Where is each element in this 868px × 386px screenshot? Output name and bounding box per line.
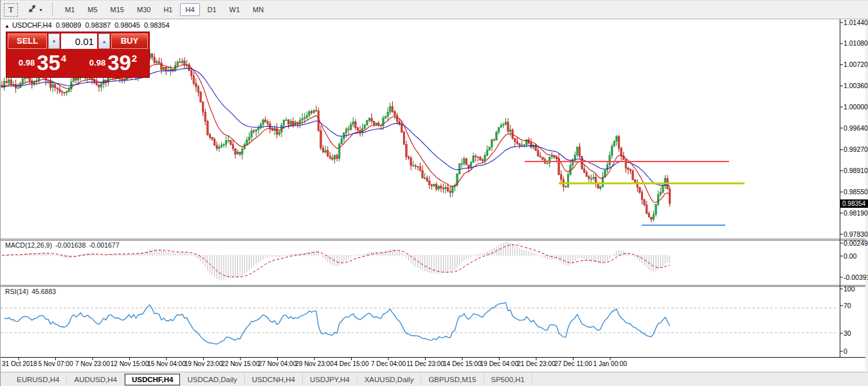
macd-value-2: -0.001677 — [89, 241, 119, 249]
svg-text:1 Jan 00:00: 1 Jan 00:00 — [593, 360, 628, 367]
timeframe-button-m5[interactable]: M5 — [82, 3, 102, 16]
top-toolbar: T ▾ M1M5M15M30H1H4D1W1MN — [1, 0, 868, 19]
timeframe-button-h4[interactable]: H4 — [180, 3, 199, 16]
timeframe-button-h1[interactable]: H1 — [158, 3, 177, 16]
buy-price-prefix: 0.98 — [89, 58, 105, 68]
svg-text:0.98550: 0.98550 — [844, 188, 868, 196]
svg-text:7 Dec 04:00: 7 Dec 04:00 — [371, 360, 406, 367]
tab-xauusd-daily[interactable]: XAUUSD,Daily — [357, 374, 422, 385]
one-click-trade-panel: SELL ▼ ▲ BUY 0.98 35 4 0.98 39 2 — [6, 32, 150, 78]
macd-name: MACD(12,26,9) — [5, 241, 52, 249]
tab-usdcnh-h4[interactable]: USDCNH,H4 — [245, 374, 303, 385]
bar-close-value: 0.98354 — [144, 21, 170, 29]
svg-text:1.01080: 1.01080 — [844, 39, 868, 47]
chevron-down-icon: ▾ — [39, 7, 42, 13]
tab-audusd-h4[interactable]: AUDUSD,H4 — [67, 374, 124, 385]
svg-text:5 Nov 07:00: 5 Nov 07:00 — [39, 360, 73, 367]
svg-text:0.98910: 0.98910 — [844, 167, 868, 174]
current-price-tag: 0.98354 — [840, 199, 868, 208]
timeframe-button-w1[interactable]: W1 — [224, 3, 246, 16]
svg-text:0.00: 0.00 — [844, 252, 857, 260]
tab-gbpusd-m15[interactable]: GBPUSD,M15 — [421, 374, 484, 385]
svg-text:1.00720: 1.00720 — [844, 60, 868, 68]
timeframe-button-group: M1M5M15M30H1H4D1W1MN — [59, 3, 270, 16]
svg-text:0: 0 — [844, 347, 847, 355]
svg-text:0.99640: 0.99640 — [844, 124, 868, 132]
svg-text:1.01440: 1.01440 — [844, 19, 868, 26]
volume-increase-button[interactable]: ▲ — [98, 33, 110, 49]
svg-text:21 Dec 23:00: 21 Dec 23:00 — [517, 360, 556, 367]
chart-ohlc-header: ▲USDCHF,H40.980890.983870.980450.98354 — [5, 21, 170, 29]
svg-text:11 Dec 23:00: 11 Dec 23:00 — [406, 360, 444, 367]
tab-usdjpy-h4[interactable]: USDJPY,H4 — [303, 374, 357, 385]
text-label-tool-icon[interactable]: T — [4, 3, 18, 17]
buy-price-big: 39 — [107, 50, 131, 76]
svg-text:0.99270: 0.99270 — [844, 145, 868, 153]
buy-price-pip: 2 — [132, 53, 137, 64]
timeframe-button-d1[interactable]: D1 — [203, 3, 222, 16]
symbol-title: USDCHF,H4 — [12, 21, 52, 29]
svg-text:27 Nov 04:00: 27 Nov 04:00 — [258, 360, 297, 367]
panel-collapse-icon[interactable]: ▲ — [5, 23, 10, 29]
svg-text:7 Nov 23:00: 7 Nov 23:00 — [75, 360, 110, 367]
volume-decrease-button[interactable]: ▼ — [48, 33, 60, 49]
timeframe-button-m30[interactable]: M30 — [132, 3, 156, 16]
svg-text:15 Nov 04:00: 15 Nov 04:00 — [147, 360, 186, 367]
svg-text:19 Dec 04:00: 19 Dec 04:00 — [480, 360, 519, 367]
svg-text:0.97830: 0.97830 — [844, 230, 868, 238]
rsi-name: RSI(14) — [5, 288, 28, 295]
rsi-indicator-label: RSI(14)45.6883 — [5, 288, 59, 295]
sell-button[interactable]: SELL — [8, 33, 47, 49]
tab-eurusd-h4[interactable]: EURUSD,H4 — [10, 374, 67, 385]
svg-text:27 Dec 11:00: 27 Dec 11:00 — [554, 360, 592, 367]
svg-text:4 Dec 15:00: 4 Dec 15:00 — [334, 360, 369, 367]
svg-text:12 Nov 15:00: 12 Nov 15:00 — [111, 360, 149, 367]
svg-text:70: 70 — [844, 302, 851, 309]
svg-text:0.002492: 0.002492 — [844, 239, 868, 247]
svg-text:1.00360: 1.00360 — [844, 82, 868, 89]
svg-text:100: 100 — [844, 285, 855, 293]
svg-text:1.00000: 1.00000 — [844, 103, 868, 111]
tab-usdcad-daily[interactable]: USDCAD,Daily — [180, 374, 244, 385]
sell-price-prefix: 0.98 — [19, 58, 35, 68]
volume-input[interactable] — [61, 33, 97, 49]
sell-price-big: 35 — [37, 50, 60, 76]
timeframe-button-m1[interactable]: M1 — [60, 3, 80, 16]
svg-text:19 Nov 23:00: 19 Nov 23:00 — [185, 360, 223, 367]
svg-text:31 Oct 2018: 31 Oct 2018 — [2, 360, 37, 367]
timeframe-button-mn[interactable]: MN — [248, 3, 269, 16]
tab-sp500-h1[interactable]: SP500,H1 — [484, 374, 532, 385]
bar-open-value: 0.98089 — [56, 21, 82, 29]
tab-usdchf-h4[interactable]: USDCHF,H4 — [125, 374, 181, 385]
svg-text:0.98190: 0.98190 — [844, 209, 868, 217]
sell-price-box[interactable]: 0.98 35 4 — [8, 50, 77, 76]
svg-text:22 Nov 15:00: 22 Nov 15:00 — [221, 360, 260, 367]
buy-button[interactable]: BUY — [111, 33, 148, 49]
svg-text:-0.003913: -0.003913 — [844, 273, 868, 281]
bar-low-value: 0.98045 — [114, 21, 140, 29]
timeframe-button-m15[interactable]: M15 — [105, 3, 129, 16]
toolbar-grip[interactable] — [52, 3, 53, 16]
svg-text:14 Dec 15:00: 14 Dec 15:00 — [443, 360, 482, 367]
arrange-arrows-button[interactable]: ▾ — [23, 3, 46, 16]
bar-high-value: 0.98387 — [85, 21, 111, 29]
svg-text:29 Nov 23:00: 29 Nov 23:00 — [295, 360, 334, 367]
rsi-value: 45.6883 — [32, 288, 56, 295]
svg-text:30: 30 — [844, 329, 851, 337]
sell-price-pip: 4 — [61, 53, 66, 64]
macd-indicator-label: MACD(12,26,9)-0.001638-0.001677 — [5, 241, 123, 249]
arrange-arrows-icon — [27, 4, 38, 16]
macd-value-1: -0.001638 — [55, 241, 86, 249]
buy-price-box[interactable]: 0.98 39 2 — [78, 50, 148, 76]
chart-tab-bar: EURUSD,H4AUDUSD,H4USDCHF,H4USDCAD,DailyU… — [1, 372, 868, 386]
